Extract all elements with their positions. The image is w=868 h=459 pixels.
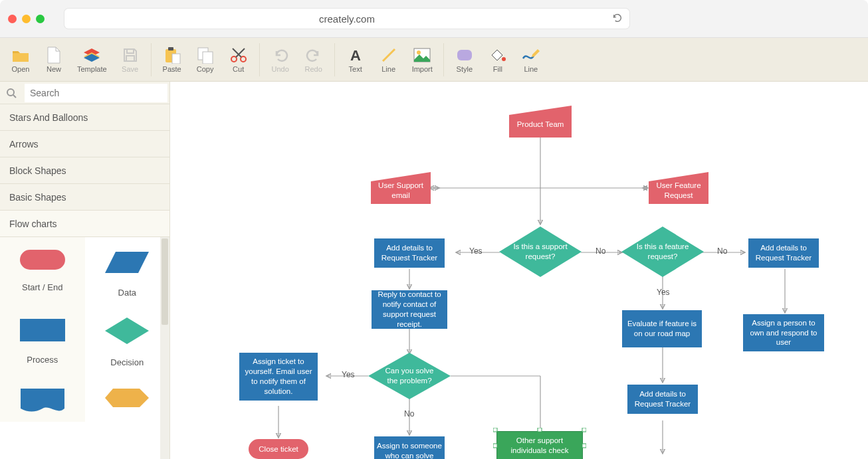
pencil-icon — [522, 45, 540, 65]
svg-rect-1 — [126, 56, 134, 61]
toolbar: Open New Template Save Paste Copy Cut Un… — [0, 38, 868, 82]
folder-icon — [11, 45, 30, 65]
diagram-canvas[interactable]: Product Team User Support email User Fea… — [170, 82, 868, 459]
node-reply-contact[interactable]: Reply to contact to notify contact of su… — [372, 290, 447, 329]
node-add-details-left[interactable]: Add details to Request Tracker — [374, 238, 445, 268]
svg-point-15 — [7, 89, 14, 96]
svg-rect-6 — [203, 52, 213, 64]
svg-point-12 — [417, 50, 421, 54]
toolbar-separator — [443, 43, 444, 76]
svg-line-10 — [383, 49, 395, 61]
edge-label-yes: Yes — [469, 246, 483, 256]
shape-document[interactable] — [0, 374, 85, 422]
line-style-button[interactable]: Line — [514, 43, 548, 77]
svg-rect-0 — [127, 49, 134, 53]
node-assign-ticket[interactable]: Assign ticket to yourself. Email user to… — [239, 353, 318, 401]
import-icon — [413, 45, 431, 65]
palette-scrollbar[interactable] — [160, 237, 169, 459]
search-icon[interactable] — [0, 88, 23, 98]
svg-point-7 — [231, 56, 237, 62]
svg-point-8 — [241, 56, 246, 62]
node-add-details-bottom[interactable]: Add details to Request Tracker — [627, 385, 698, 414]
svg-rect-3 — [168, 47, 173, 50]
scrollbar-thumb[interactable] — [162, 238, 168, 325]
node-can-solve[interactable]: Can you solve the problem? — [368, 353, 451, 399]
category-arrows[interactable]: Arrows — [0, 131, 169, 157]
line-button[interactable]: Line — [372, 43, 405, 77]
style-button[interactable]: Style — [448, 43, 481, 77]
svg-rect-17 — [20, 250, 65, 270]
browser-chrome: creately.com — [0, 0, 868, 38]
text-button[interactable]: A Text — [339, 43, 372, 77]
node-close-ticket[interactable]: Close ticket — [249, 439, 308, 459]
node-product-team[interactable]: Product Team — [509, 106, 572, 138]
cut-button[interactable]: Cut — [222, 43, 255, 77]
fill-button[interactable]: Fill — [481, 43, 514, 77]
node-add-details-right[interactable]: Add details to Request Tracker — [748, 238, 819, 268]
import-button[interactable]: Import — [405, 43, 439, 77]
shape-search — [0, 82, 169, 104]
node-user-support[interactable]: User Support email — [371, 172, 431, 204]
address-url: creately.com — [319, 13, 375, 25]
shape-process[interactable]: Process — [0, 304, 85, 374]
shape-palette: Start / End Data Process Decision — [0, 237, 169, 459]
window-controls — [8, 15, 45, 23]
workspace: Stars And Balloons Arrows Block Shapes B… — [0, 82, 868, 459]
svg-text:A: A — [350, 48, 361, 62]
toolbar-separator — [334, 43, 335, 76]
fill-icon — [489, 45, 506, 65]
node-user-feature[interactable]: User Feature Request — [649, 172, 708, 204]
new-button[interactable]: New — [37, 43, 70, 77]
node-is-support[interactable]: Is this a support request? — [499, 227, 582, 277]
svg-point-14 — [502, 57, 506, 61]
category-basic[interactable]: Basic Shapes — [0, 184, 169, 211]
svg-rect-18 — [20, 319, 65, 341]
node-is-feature[interactable]: Is this a feature request? — [621, 227, 704, 277]
svg-line-16 — [13, 95, 16, 98]
shape-decision[interactable]: Decision — [85, 304, 170, 374]
category-stars[interactable]: Stars And Balloons — [0, 104, 169, 131]
edge-label-no: No — [596, 246, 605, 256]
search-input[interactable] — [25, 84, 167, 102]
node-assign-person[interactable]: Assign a person to own and respond to us… — [743, 314, 824, 351]
edge-label-no: No — [404, 409, 414, 418]
node-assign-someone[interactable]: Assign to someone who can solve — [374, 436, 445, 459]
style-icon — [456, 45, 473, 65]
shape-display[interactable] — [85, 374, 170, 422]
template-icon — [82, 45, 101, 65]
paste-icon — [163, 45, 181, 65]
undo-button[interactable]: Undo — [264, 43, 297, 77]
template-button[interactable]: Template — [70, 43, 114, 77]
edge-label-no: No — [717, 246, 727, 256]
toolbar-separator — [151, 43, 152, 76]
undo-icon — [272, 45, 288, 65]
save-button[interactable]: Save — [114, 43, 147, 77]
reload-icon[interactable] — [612, 13, 623, 25]
paste-button[interactable]: Paste — [156, 43, 189, 77]
document-icon — [47, 45, 61, 65]
edge-label-yes: Yes — [657, 288, 670, 297]
address-bar[interactable]: creately.com — [64, 9, 629, 29]
category-flowcharts[interactable]: Flow charts — [0, 211, 169, 237]
shape-data[interactable]: Data — [85, 237, 170, 304]
redo-icon — [306, 45, 322, 65]
shape-start-end[interactable]: Start / End — [0, 237, 85, 304]
minimize-window-icon[interactable] — [22, 15, 31, 23]
copy-icon — [197, 45, 214, 65]
text-icon: A — [348, 45, 363, 65]
save-icon — [122, 45, 138, 65]
svg-rect-13 — [457, 50, 472, 60]
line-icon — [381, 45, 397, 65]
node-other-support[interactable]: Other support individuals check — [496, 431, 583, 459]
edge-label-yes: Yes — [342, 370, 355, 379]
scissors-icon — [230, 45, 247, 65]
zoom-window-icon[interactable] — [36, 15, 45, 23]
toolbar-separator — [259, 43, 260, 76]
category-block[interactable]: Block Shapes — [0, 157, 169, 184]
copy-button[interactable]: Copy — [189, 43, 222, 77]
open-button[interactable]: Open — [4, 43, 37, 77]
close-window-icon[interactable] — [8, 15, 17, 23]
shape-sidebar: Stars And Balloons Arrows Block Shapes B… — [0, 82, 170, 459]
node-eval-feature[interactable]: Evaluate if feature is on our road map — [622, 310, 702, 347]
redo-button[interactable]: Redo — [297, 43, 330, 77]
